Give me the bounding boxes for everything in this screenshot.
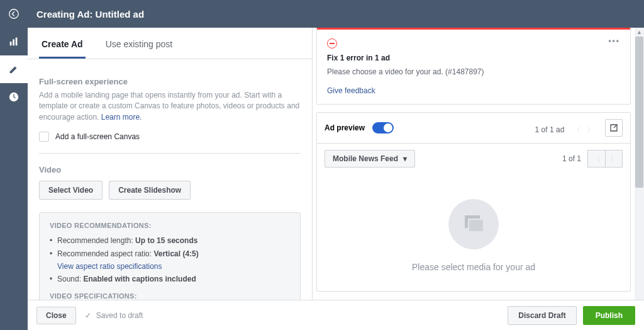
video-label: Video (39, 165, 301, 174)
video-rec-list: Recommended length: Up to 15 seconds Rec… (50, 234, 290, 286)
preview-toggle[interactable] (372, 122, 394, 134)
canvas-checkbox-label: Add a full-screen Canvas (55, 132, 140, 141)
error-desc: Please choose a video for your ad. (#148… (327, 67, 620, 76)
svg-rect-6 (469, 219, 484, 232)
preview-sub-count: 1 of 1 (562, 154, 581, 163)
preview-header: Ad preview 1 of 1 ad 〈 〉 (317, 113, 630, 144)
error-header: ••• (327, 38, 620, 48)
error-card: ••• Fix 1 error in 1 ad Please choose a … (316, 28, 631, 105)
page-title: Creating Ad: Untitled ad (28, 0, 644, 28)
video-buttons: Select Video Create Slideshow (39, 181, 301, 200)
rec-ratio-pre: Recommended aspect ratio: (57, 249, 153, 258)
rail-back-icon[interactable] (0, 0, 28, 28)
svg-rect-3 (16, 38, 18, 46)
scroll-up-icon[interactable]: ▲ (636, 29, 642, 35)
discard-button[interactable]: Discard Draft (508, 306, 576, 325)
preview-label: Ad preview (325, 123, 365, 132)
video-spec-box: VIDEO RECOMMENDATIONS: Recommended lengt… (39, 212, 301, 300)
nav-rail (0, 0, 28, 330)
aspect-ratio-link[interactable]: View aspect ratio specifications (57, 262, 162, 271)
scrollbar[interactable]: ▲ (635, 28, 644, 300)
fullscreen-desc-text: Add a mobile landing page that opens ins… (39, 91, 299, 122)
publish-button[interactable]: Publish (583, 306, 635, 325)
canvas-checkbox-row[interactable]: Add a full-screen Canvas (39, 132, 301, 142)
rec-sound: Enabled with captions included (83, 275, 196, 283)
footer: Close ✓ Saved to draft Discard Draft Pub… (28, 300, 644, 330)
close-button[interactable]: Close (36, 307, 76, 324)
expand-button[interactable] (605, 119, 623, 137)
left-column: Create Ad Use existing post Full-screen … (28, 28, 313, 300)
rec-ratio: Vertical (4:5) (153, 249, 198, 258)
saved-status: ✓ Saved to draft (85, 311, 143, 320)
scrollbar-thumb[interactable] (635, 37, 643, 188)
fullscreen-desc: Add a mobile landing page that opens ins… (39, 90, 301, 123)
chevron-left-icon[interactable]: 〈 (573, 125, 580, 135)
error-menu-icon[interactable]: ••• (608, 37, 620, 45)
saved-label: Saved to draft (96, 311, 143, 320)
panel-body: Full-screen experience Add a mobile land… (28, 59, 312, 300)
preview-sub-nav: 〈 〉 (587, 150, 623, 168)
video-spec-head: VIDEO SPECIFICATIONS: (50, 292, 290, 300)
tab-create-ad[interactable]: Create Ad (39, 34, 86, 59)
chevron-right-icon[interactable]: 〉 (587, 125, 594, 135)
create-slideshow-button[interactable]: Create Slideshow (109, 181, 191, 200)
preview-count: 1 of 1 ad (535, 125, 565, 134)
chevron-left-icon[interactable]: 〈 (587, 150, 605, 168)
divider (39, 153, 301, 154)
media-placeholder-icon (448, 199, 499, 249)
right-inner: ••• Fix 1 error in 1 ad Please choose a … (313, 28, 635, 300)
content: Create Ad Use existing post Full-screen … (28, 28, 644, 300)
svg-rect-1 (10, 42, 12, 45)
footer-actions: Discard Draft Publish (508, 306, 635, 325)
preview-card: Ad preview 1 of 1 ad 〈 〉 (316, 112, 631, 292)
error-icon (327, 38, 337, 48)
check-icon: ✓ (85, 311, 91, 320)
checkbox-icon[interactable] (39, 132, 49, 142)
preview-header-left: Ad preview (325, 122, 394, 134)
fullscreen-title: Full-screen experience (39, 77, 301, 86)
preview-body: Please select media for your ad (317, 174, 630, 291)
preview-nav: 〈 〉 (573, 125, 594, 135)
preview-empty-text: Please select media for your ad (330, 262, 618, 272)
rec-len: Up to 15 seconds (135, 236, 197, 245)
rec-len-pre: Recommended length: (57, 236, 135, 245)
tabs: Create Ad Use existing post (28, 28, 312, 59)
main: Creating Ad: Untitled ad Create Ad Use e… (28, 0, 644, 330)
feed-dropdown[interactable]: Mobile News Feed ▾ (325, 150, 415, 168)
tab-use-existing[interactable]: Use existing post (103, 34, 175, 59)
rec-sound-pre: Sound: (57, 275, 83, 283)
right-column: ••• Fix 1 error in 1 ad Please choose a … (313, 28, 644, 300)
preview-sub-right: 1 of 1 〈 〉 (562, 150, 623, 168)
caret-down-icon: ▾ (403, 154, 407, 163)
give-feedback-link[interactable]: Give feedback (327, 86, 620, 95)
error-title: Fix 1 error in 1 ad (327, 54, 620, 62)
svg-rect-2 (13, 39, 14, 45)
rail-clock-icon[interactable] (0, 83, 28, 111)
rail-edit-icon[interactable] (0, 55, 28, 83)
learn-more-link[interactable]: Learn more. (101, 113, 142, 122)
select-video-button[interactable]: Select Video (39, 181, 103, 200)
preview-header-right: 1 of 1 ad 〈 〉 (535, 119, 623, 137)
svg-point-0 (9, 9, 18, 18)
rail-chart-icon[interactable] (0, 28, 28, 55)
preview-subheader: Mobile News Feed ▾ 1 of 1 〈 〉 (317, 144, 630, 174)
video-rec-head: VIDEO RECOMMENDATIONS: (50, 222, 290, 229)
chevron-right-icon[interactable]: 〉 (605, 150, 623, 168)
feed-label: Mobile News Feed (333, 154, 398, 163)
